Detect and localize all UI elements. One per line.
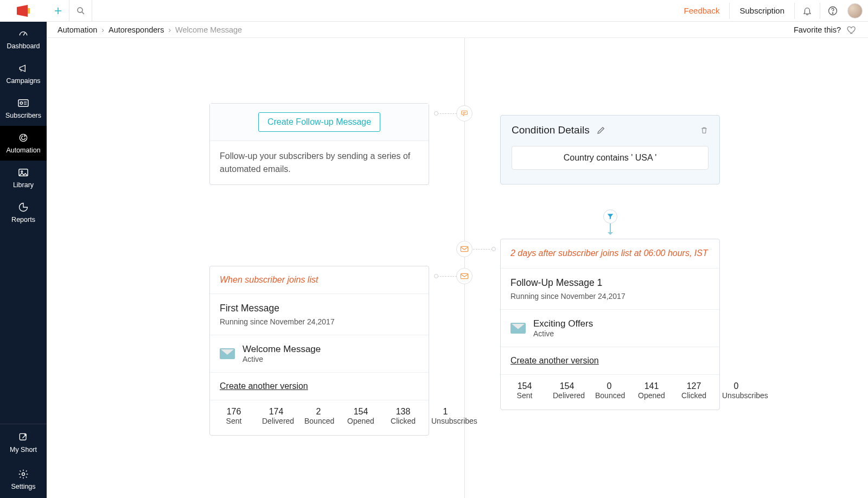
svg-point-17 xyxy=(832,12,833,13)
favorite-label: Favorite this? xyxy=(794,25,841,34)
crumb-current: Welcome Message xyxy=(175,25,242,34)
add-button[interactable] xyxy=(47,0,69,22)
id-card-icon xyxy=(17,97,30,110)
svg-point-9 xyxy=(21,171,23,173)
condition-rule: Country contains ' USA ' xyxy=(512,146,709,170)
svg-rect-1 xyxy=(28,8,30,14)
svg-rect-22 xyxy=(461,273,468,278)
heart-icon[interactable] xyxy=(846,24,857,35)
stats-row: 176Sent 174Delivered 2Bounced 154Opened … xyxy=(210,400,429,435)
svg-rect-21 xyxy=(461,246,468,251)
crumb-automation[interactable]: Automation xyxy=(58,25,97,34)
sidebar-item-automation[interactable]: Automation xyxy=(0,126,47,161)
create-followup-card: Create Follow-up Message Follow-up your … xyxy=(209,103,429,185)
svg-point-7 xyxy=(20,134,27,141)
envelope-icon xyxy=(220,348,235,359)
svg-point-4 xyxy=(20,102,23,105)
breadcrumb: Automation › Autoresponders › Welcome Me… xyxy=(47,22,868,38)
sidebar-item-myshort[interactable]: My Short xyxy=(0,424,47,461)
sidebar: Dashboard Campaigns Subscribers Automati… xyxy=(0,0,47,498)
card-status: Running since November 24,2017 xyxy=(510,292,710,301)
sidebar-item-label: Settings xyxy=(11,483,35,490)
stats-row: 154Sent 154Delivered 0Bounced 141Opened … xyxy=(501,374,719,410)
create-another-link[interactable]: Create another version xyxy=(220,381,308,391)
avatar[interactable] xyxy=(847,3,863,18)
message-name: Welcome Message xyxy=(242,344,321,355)
edit-icon[interactable] xyxy=(596,125,606,135)
followup-desc: Follow-up your subscribers by sending a … xyxy=(220,150,419,176)
condition-card: Condition Details Country contains ' USA… xyxy=(500,115,720,184)
automation-icon xyxy=(17,131,30,144)
message-state: Active xyxy=(242,355,321,363)
message-state: Active xyxy=(533,329,593,338)
sidebar-item-label: My Short xyxy=(10,446,37,454)
card-status: Running since November 24,2017 xyxy=(220,317,419,326)
condition-title: Condition Details xyxy=(512,124,590,136)
svg-line-15 xyxy=(82,12,84,14)
trigger-text: When subscriber joins list xyxy=(220,275,318,284)
automation-canvas: Create Follow-up Message Follow-up your … xyxy=(47,38,868,498)
external-icon xyxy=(17,431,30,444)
svg-rect-18 xyxy=(462,111,468,114)
mail-timeline-icon-2 xyxy=(456,268,473,284)
create-followup-button[interactable]: Create Follow-up Message xyxy=(258,112,380,132)
create-another-link[interactable]: Create another version xyxy=(510,356,599,365)
first-message-card: When subscriber joins list First Message… xyxy=(209,266,429,436)
sidebar-item-label: Dashboard xyxy=(7,42,40,50)
followup1-card: 2 days after subscriber joins list at 06… xyxy=(500,239,720,410)
app-logo[interactable] xyxy=(0,0,47,22)
help-button[interactable] xyxy=(820,0,845,22)
notifications-button[interactable] xyxy=(795,0,820,22)
sidebar-item-library[interactable]: Library xyxy=(0,161,47,195)
crumb-autoresponders[interactable]: Autoresponders xyxy=(108,25,164,34)
sidebar-item-reports[interactable]: Reports xyxy=(0,195,47,230)
trigger-text: 2 days after subscriber joins list at 06… xyxy=(510,248,710,259)
sidebar-item-label: Reports xyxy=(11,216,35,224)
pie-icon xyxy=(17,201,30,214)
filter-icon xyxy=(603,209,617,224)
sidebar-item-label: Library xyxy=(13,181,34,189)
sidebar-item-label: Campaigns xyxy=(6,77,40,85)
sidebar-item-campaigns[interactable]: Campaigns xyxy=(0,56,47,91)
message-name: Exciting Offers xyxy=(533,318,593,329)
sidebar-item-settings[interactable]: Settings xyxy=(0,461,47,498)
chat-timeline-icon xyxy=(456,105,473,122)
sidebar-item-dashboard[interactable]: Dashboard xyxy=(0,22,47,56)
svg-line-2 xyxy=(23,33,25,35)
sidebar-item-label: Subscribers xyxy=(5,112,41,119)
card-title: Follow-Up Message 1 xyxy=(510,277,710,289)
image-icon xyxy=(17,166,30,179)
sidebar-item-label: Automation xyxy=(6,146,40,154)
trash-icon[interactable] xyxy=(700,125,709,135)
card-title: First Message xyxy=(220,303,419,314)
sidebar-item-subscribers[interactable]: Subscribers xyxy=(0,91,47,126)
subscription-link[interactable]: Subscription xyxy=(730,6,794,15)
envelope-icon xyxy=(510,323,526,334)
svg-point-14 xyxy=(78,8,82,12)
topbar: Feedback Subscription xyxy=(47,0,868,22)
megaphone-icon xyxy=(17,62,30,75)
gear-icon xyxy=(17,468,30,481)
gauge-icon xyxy=(17,27,30,40)
svg-point-11 xyxy=(22,473,25,476)
feedback-link[interactable]: Feedback xyxy=(674,6,730,15)
svg-marker-0 xyxy=(17,5,28,17)
search-button[interactable] xyxy=(69,0,92,22)
mail-timeline-icon xyxy=(456,241,473,257)
